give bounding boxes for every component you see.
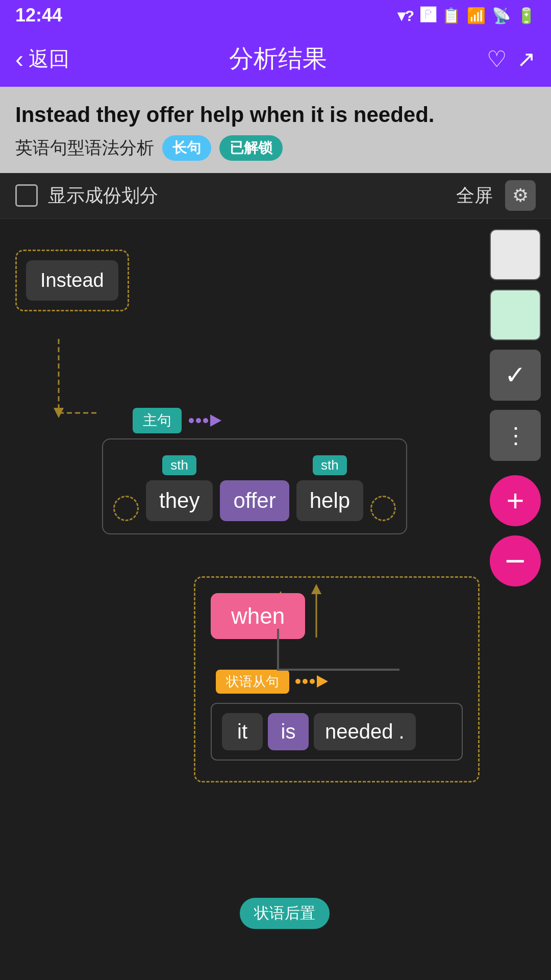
unlocked-badge: 已解锁 — [219, 135, 283, 161]
sub-clause-tag: 状语从句 — [216, 670, 289, 694]
needed-word[interactable]: needed . — [314, 713, 416, 750]
back-button[interactable]: ‹ 返回 — [15, 45, 69, 73]
fullscreen-label: 全屏 — [456, 183, 493, 208]
check-swatch[interactable]: ✓ — [490, 350, 541, 401]
back-chevron-icon: ‹ — [15, 45, 23, 73]
minus-icon: − — [505, 541, 526, 581]
battery-icon: 🔋 — [517, 7, 536, 24]
help-word-group: sth help — [296, 455, 363, 521]
white-swatch[interactable] — [490, 229, 541, 280]
when-word[interactable]: when — [211, 593, 305, 639]
zoom-in-button[interactable]: + — [490, 475, 541, 526]
plus-icon: + — [506, 483, 524, 518]
signal-question-icon: ▾? — [397, 7, 414, 24]
checkmark-icon: ✓ — [505, 360, 526, 390]
settings-button[interactable]: ⚙ — [505, 180, 536, 211]
back-label: 返回 — [29, 45, 69, 73]
time: 12:44 — [15, 5, 62, 26]
analysis-label: 英语句型语法分析 — [15, 136, 154, 160]
dots-swatch[interactable]: ⋮ — [490, 410, 541, 461]
instead-word: Instead — [26, 260, 118, 301]
dots-icon: ⋮ — [505, 422, 526, 448]
parking-icon: 🅿 — [420, 7, 436, 24]
main-clause-box: sth they offer sth help — [102, 438, 407, 534]
sub-clause-label: 状语从句 — [216, 670, 463, 694]
sentence-text: Instead they offer help when it is neede… — [15, 101, 536, 129]
side-palette: ✓ ⋮ + − — [490, 229, 541, 586]
they-word-group: sth they — [146, 455, 213, 521]
top-nav: ‹ 返回 分析结果 ♡ ↗ — [0, 31, 551, 87]
show-parts-checkbox[interactable] — [15, 184, 38, 207]
long-sentence-badge: 长句 — [162, 135, 211, 161]
sth-tag-2: sth — [313, 455, 347, 475]
adv-postfix-container: 状语后置 — [219, 877, 330, 929]
connector-step-h — [277, 669, 399, 671]
status-icons: ▾? 🅿 📋 📶 📡 🔋 — [397, 7, 536, 24]
sentence-header: Instead they offer help when it is neede… — [0, 87, 551, 173]
wifi-icon: 📶 — [467, 7, 486, 24]
placeholder-right — [370, 496, 396, 521]
page-title: 分析结果 — [229, 42, 327, 75]
nav-actions: ♡ ↗ — [487, 46, 536, 72]
is-word[interactable]: is — [268, 713, 309, 750]
offer-word-group: offer — [220, 452, 289, 521]
gear-icon: ⚙ — [512, 185, 529, 206]
sth-tag-1: sth — [162, 455, 196, 475]
it-word[interactable]: it — [222, 713, 263, 750]
controls-bar: 显示成份划分 全屏 ⚙ — [0, 173, 551, 219]
offer-word[interactable]: offer — [220, 480, 289, 521]
sim-icon: 📋 — [442, 7, 461, 24]
mint-swatch[interactable] — [490, 289, 541, 340]
main-canvas: ✓ ⋮ + − Instead 主句 — [0, 219, 551, 980]
status-bar: 12:44 ▾? 🅿 📋 📶 📡 🔋 — [0, 0, 551, 31]
main-clause-arrow — [189, 414, 221, 427]
sub-words-row: it is needed . — [211, 703, 463, 761]
help-word[interactable]: help — [296, 480, 363, 521]
main-clause-label: 主句 — [133, 408, 221, 433]
svg-marker-1 — [54, 408, 64, 418]
show-parts-label: 显示成份划分 — [48, 183, 158, 208]
they-word[interactable]: they — [146, 480, 213, 521]
instead-container: Instead — [15, 250, 129, 311]
connector-step-v — [277, 629, 279, 670]
checkbox-area: 显示成份划分 — [15, 183, 158, 208]
adv-postfix-tag: 状语后置 — [240, 898, 330, 929]
sub-clause-arrow — [295, 675, 328, 688]
signal-icon: 📡 — [492, 7, 511, 24]
sub-clause-wrapper: when 状语从句 it is needed . — [194, 576, 480, 782]
sentence-meta: 英语句型语法分析 长句 已解锁 — [15, 135, 536, 161]
controls-right: 全屏 ⚙ — [456, 180, 536, 211]
share-button[interactable]: ↗ — [517, 46, 536, 72]
main-clause-tag: 主句 — [133, 408, 182, 433]
placeholder-left — [113, 496, 139, 521]
zoom-out-button[interactable]: − — [490, 535, 541, 586]
like-button[interactable]: ♡ — [487, 46, 507, 72]
